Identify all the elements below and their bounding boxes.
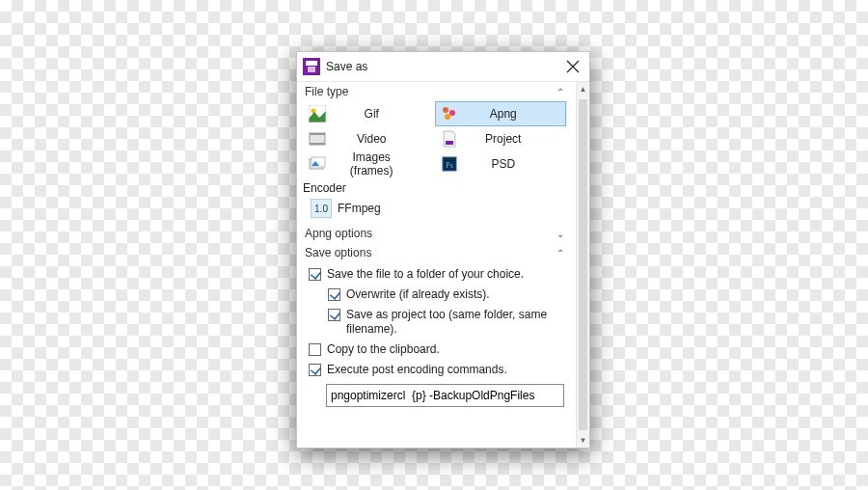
section-apng-options[interactable]: Apng options ⌄: [297, 224, 572, 243]
opt-post-encoding-label: Execute post encoding commands.: [327, 363, 566, 377]
filetype-project[interactable]: Project: [435, 126, 567, 151]
images-icon: [307, 155, 328, 173]
opt-save-project[interactable]: Save as project too (same folder, same f…: [303, 305, 566, 340]
svg-point-0: [312, 109, 316, 114]
svg-point-3: [449, 110, 455, 116]
opt-post-encoding[interactable]: Execute post encoding commands.: [303, 360, 566, 380]
filetype-psd-label: PSD: [462, 157, 565, 171]
svg-rect-6: [310, 133, 325, 135]
section-save-options-label: Save options: [305, 246, 556, 259]
project-icon: [439, 130, 460, 148]
opt-save-project-checkbox[interactable]: [328, 309, 340, 321]
filetype-project-label: Project: [462, 132, 565, 146]
gif-icon: [307, 105, 328, 122]
save-as-dialog: Save as File type ⌃: [296, 51, 590, 449]
apng-icon: [439, 105, 460, 122]
scrollbar[interactable]: ▲ ▼: [576, 82, 589, 448]
chevron-up-icon: ⌃: [556, 87, 564, 97]
section-encoder: Encoder: [297, 178, 572, 196]
opt-copy-clipboard[interactable]: Copy to the clipboard.: [303, 340, 566, 360]
opt-overwrite-label: Overwrite (if already exists).: [346, 287, 566, 302]
encoder-row[interactable]: 1.0 FFmpeg: [297, 196, 572, 224]
scroll-thumb[interactable]: [579, 99, 587, 430]
section-file-type-label: File type: [305, 85, 556, 98]
scroll-up-button[interactable]: ▲: [577, 82, 589, 96]
encoder-name: FFmpeg: [338, 202, 381, 215]
filetype-gif-label: Gif: [330, 107, 433, 121]
window-title: Save as: [326, 60, 558, 73]
opt-copy-clipboard-label: Copy to the clipboard.: [327, 342, 566, 357]
opt-copy-clipboard-checkbox[interactable]: [309, 343, 321, 356]
filetype-video[interactable]: Video: [303, 126, 435, 151]
section-save-options[interactable]: Save options ⌃: [297, 243, 572, 262]
encoder-version-badge: 1.0: [311, 199, 332, 218]
scroll-down-button[interactable]: ▼: [577, 433, 589, 448]
opt-overwrite-checkbox[interactable]: [328, 288, 340, 301]
filetype-video-label: Video: [330, 132, 433, 146]
chevron-up-icon: ⌃: [556, 248, 564, 259]
section-file-type[interactable]: File type ⌃: [297, 82, 572, 101]
filetype-frames-label: Images (frames): [330, 150, 433, 177]
filetype-frames[interactable]: Images (frames): [303, 151, 435, 177]
section-apng-options-label: Apng options: [305, 227, 556, 240]
file-type-grid: Gif Apng: [297, 101, 572, 178]
chevron-down-icon: ⌄: [556, 229, 564, 239]
save-options-block: Save the file to a folder of your choice…: [297, 262, 572, 407]
svg-rect-7: [310, 143, 325, 145]
opt-overwrite[interactable]: Overwrite (if already exists).: [303, 285, 566, 305]
video-icon: [307, 130, 328, 148]
titlebar: Save as: [297, 52, 589, 82]
close-button[interactable]: [558, 52, 587, 81]
post-encoding-command-input[interactable]: [326, 384, 564, 407]
opt-save-to-folder-label: Save the file to a folder of your choice…: [327, 267, 566, 282]
svg-text:Ps: Ps: [446, 161, 453, 170]
opt-post-encoding-checkbox[interactable]: [309, 364, 321, 376]
svg-point-2: [443, 107, 448, 113]
section-encoder-label: Encoder: [303, 181, 564, 195]
opt-save-project-label: Save as project too (same folder, same f…: [346, 308, 566, 337]
filetype-psd[interactable]: Ps PSD: [435, 151, 567, 177]
psd-icon: Ps: [439, 155, 460, 173]
filetype-gif[interactable]: Gif: [303, 101, 435, 126]
svg-point-4: [445, 114, 450, 120]
svg-rect-8: [446, 141, 453, 145]
close-icon: [566, 60, 580, 73]
filetype-apng[interactable]: Apng: [435, 101, 567, 126]
settings-panel: File type ⌃ Gif: [297, 82, 576, 448]
save-icon: [303, 58, 320, 75]
opt-save-to-folder[interactable]: Save the file to a folder of your choice…: [303, 264, 566, 285]
opt-save-to-folder-checkbox[interactable]: [309, 268, 321, 281]
filetype-apng-label: Apng: [462, 107, 565, 121]
